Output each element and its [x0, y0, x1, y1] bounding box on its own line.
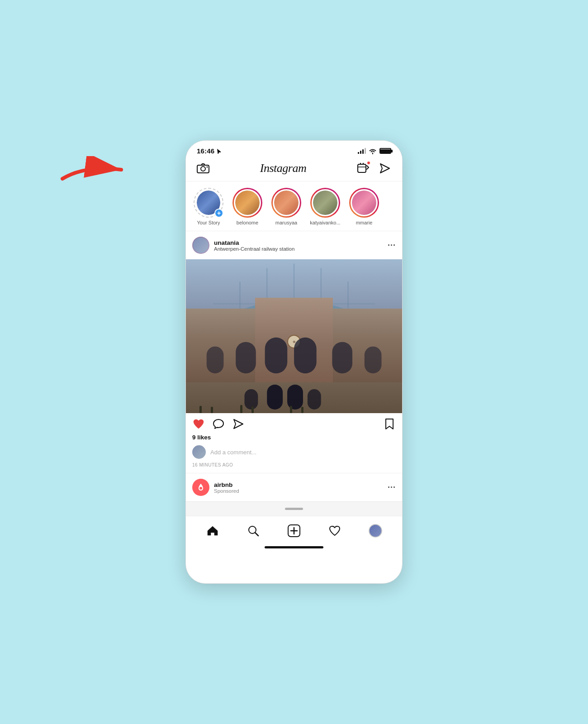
post-2-user[interactable]: airbnb Sponsored — [192, 479, 239, 496]
profile-avatar — [369, 524, 382, 538]
airbnb-logo — [192, 479, 209, 496]
direct-icon — [379, 163, 390, 174]
svg-point-26 — [199, 487, 202, 490]
scroll-pill — [285, 508, 303, 510]
camera-button[interactable] — [195, 160, 211, 176]
commenter-avatar — [192, 445, 206, 459]
home-icon — [207, 525, 218, 536]
bottom-nav — [186, 516, 402, 544]
post-2-user-info: airbnb Sponsored — [214, 481, 239, 494]
stories-row: + Your Story belonome marusyaa — [186, 181, 402, 231]
nav-profile-button[interactable] — [365, 521, 385, 541]
story-item-belonome[interactable]: belonome — [231, 188, 264, 225]
mmarie-label: mmarie — [356, 220, 373, 225]
like-button[interactable] — [192, 418, 205, 430]
post-1-header: unatania Antwerpen-Centraal railway stat… — [186, 231, 402, 259]
status-bar: 16:46 — [186, 141, 402, 157]
post-2-header: airbnb Sponsored ··· — [186, 473, 402, 501]
post-1-location: Antwerpen-Centraal railway station — [214, 246, 294, 252]
notification-badge — [367, 161, 370, 165]
katyaivanko-avatar-wrapper — [310, 188, 340, 218]
action-buttons-left — [192, 418, 245, 430]
svg-line-28 — [255, 533, 258, 536]
home-indicator — [265, 546, 323, 548]
post-1-likes: 9 likes — [186, 433, 402, 443]
comment-input[interactable]: Add a comment... — [210, 449, 256, 456]
post-1-time: 16 MINUTES AGO — [186, 461, 402, 473]
phone-frame: 16:46 — [185, 140, 403, 584]
battery-icon — [379, 148, 391, 154]
comment-icon — [213, 419, 224, 429]
belonome-avatar — [234, 189, 261, 216]
nav-activity-button[interactable] — [325, 521, 345, 541]
wifi-icon — [369, 148, 377, 154]
post-1-more-button[interactable]: ··· — [388, 241, 396, 250]
story-item-marusyaa[interactable]: marusyaa — [270, 188, 303, 225]
svg-marker-6 — [380, 164, 389, 173]
story-item-katyaivanko[interactable]: katyaivanko... — [309, 188, 341, 225]
post-1-username: unatania — [214, 239, 294, 246]
station-windows-svg — [197, 329, 391, 382]
airbnb-icon — [196, 482, 206, 492]
nav-search-button[interactable] — [243, 521, 263, 541]
signal-bars-icon — [358, 148, 366, 154]
nav-home-button[interactable] — [203, 521, 223, 541]
post-1: unatania Antwerpen-Centraal railway stat… — [186, 231, 402, 473]
post-2-subtitle: Sponsored — [214, 488, 239, 494]
mmarie-avatar-wrapper — [349, 188, 379, 218]
search-icon — [247, 525, 259, 537]
post-1-user-info: unatania Antwerpen-Centraal railway stat… — [214, 239, 294, 252]
svg-point-3 — [201, 167, 205, 171]
location-arrow-icon — [216, 148, 221, 154]
camera-icon — [197, 163, 209, 174]
comment-button[interactable] — [212, 418, 225, 430]
share-icon — [233, 419, 244, 429]
svg-rect-16 — [294, 338, 317, 373]
status-icons — [358, 148, 391, 154]
story-item-your-story[interactable]: + Your Story — [192, 188, 225, 225]
katyaivanko-label: katyaivanko... — [310, 220, 340, 225]
bookmark-icon — [384, 418, 394, 430]
belonome-avatar-wrapper — [232, 188, 262, 218]
katyaivanko-avatar — [312, 189, 339, 216]
svg-rect-18 — [332, 342, 352, 373]
comment-section: Add a comment... — [186, 443, 402, 461]
your-story-label: Your Story — [197, 220, 220, 225]
svg-marker-25 — [234, 419, 243, 429]
share-button[interactable] — [232, 418, 245, 430]
post-1-avatar — [192, 237, 209, 254]
bookmark-button[interactable] — [383, 418, 396, 430]
belonome-label: belonome — [237, 220, 258, 225]
post-2-username: airbnb — [214, 481, 239, 488]
post-1-image: ⊕ — [186, 259, 402, 413]
story-item-mmarie[interactable]: mmarie — [348, 188, 380, 225]
marusyaa-label: marusyaa — [275, 220, 297, 225]
activity-button[interactable] — [355, 160, 371, 176]
svg-rect-15 — [265, 338, 288, 373]
nav-add-button[interactable] — [284, 521, 304, 541]
instagram-logo: Instagram — [260, 162, 306, 175]
direct-button[interactable] — [377, 160, 393, 176]
add-story-badge: + — [214, 209, 223, 218]
add-icon — [288, 524, 300, 537]
mmarie-avatar — [351, 189, 378, 216]
heart-icon — [193, 419, 204, 429]
activity-heart-icon — [329, 525, 341, 536]
marusyaa-avatar-wrapper — [271, 188, 301, 218]
svg-point-4 — [207, 167, 208, 168]
marusyaa-avatar — [273, 189, 300, 216]
scroll-indicator — [186, 501, 402, 516]
post-2-more-button[interactable]: ··· — [388, 483, 396, 492]
red-arrow — [58, 156, 130, 183]
status-time: 16:46 — [197, 147, 214, 155]
post-1-user[interactable]: unatania Antwerpen-Centraal railway stat… — [192, 237, 294, 254]
svg-rect-19 — [207, 347, 224, 374]
svg-rect-20 — [365, 347, 382, 374]
svg-marker-1 — [216, 148, 221, 154]
post-1-actions — [186, 413, 402, 433]
nav-bar: Instagram — [186, 157, 402, 181]
svg-rect-17 — [236, 342, 256, 373]
svg-rect-5 — [358, 164, 366, 172]
